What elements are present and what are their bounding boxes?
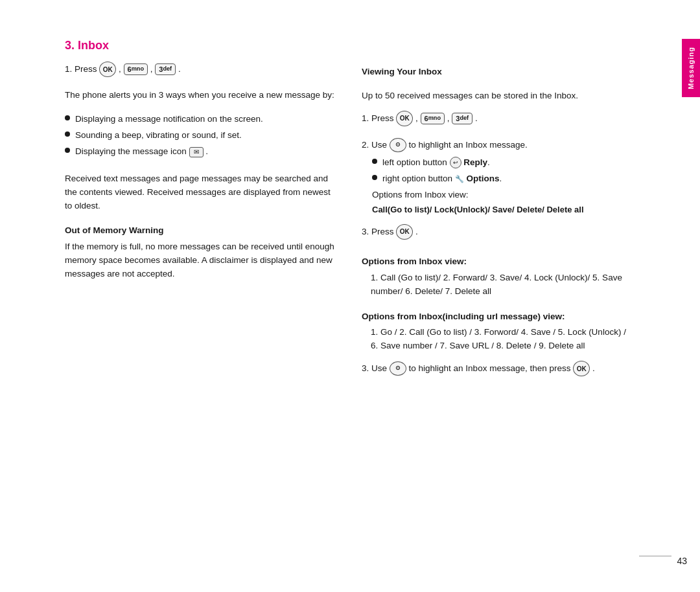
left-option-content: left option button ↩ Reply.: [382, 156, 633, 169]
section-title: 3. Inbox: [65, 39, 633, 52]
bullet-dot: [372, 175, 377, 180]
options-bold-text: Call(Go to list)/ Lock(Unlock)/ Save/ De…: [372, 203, 633, 216]
step3-final-prefix: 3. Use: [362, 363, 390, 373]
options-inbox-url-title: Options from Inbox(including url message…: [362, 310, 633, 324]
viewing-intro: Up to 50 received messages can be stored…: [362, 89, 633, 103]
options-label: Options: [467, 174, 500, 183]
sidebar-tab: Messaging: [682, 39, 700, 97]
right-sidebar: Messaging 43: [671, 0, 700, 592]
options-inbox-text: 1. Call (Go to list)/ 2. Forward/ 3. Sav…: [371, 271, 633, 299]
received-text: Received text messages and page messages…: [65, 172, 336, 213]
key-3def-1: 3def: [155, 63, 176, 75]
right-step1: 1. Press OK , 6mno , 3def .: [362, 111, 633, 126]
options-icon: 🔧: [455, 174, 464, 185]
viewing-title: Viewing Your Inbox: [362, 65, 633, 79]
bullet-dot: [65, 131, 70, 137]
left-column: 1. Press OK , 6mno , 3def . The phone al…: [65, 62, 336, 566]
page-container: 3. Inbox 1. Press OK , 6mno , 3def . The…: [0, 0, 700, 592]
left-step1: 1. Press OK , 6mno , 3def .: [65, 62, 336, 77]
options-from-inbox-url-section: Options from Inbox(including url message…: [362, 306, 633, 354]
two-column-layout: 1. Press OK , 6mno , 3def . The phone al…: [65, 62, 633, 566]
options-inbox-title: Options from Inbox view:: [362, 255, 633, 269]
sub-bullet-left-option: left option button ↩ Reply.: [372, 156, 633, 169]
step2-sub-bullets: left option button ↩ Reply. right option…: [372, 156, 633, 186]
out-of-memory-text: If the memory is full, no more messages …: [65, 240, 336, 281]
bullet-dot: [65, 115, 70, 120]
right-step2-middle: to highlight an Inbox message.: [409, 139, 528, 149]
key-3def-2: 3def: [452, 113, 472, 124]
right-column: Viewing Your Inbox Up to 50 received mes…: [362, 62, 633, 566]
key-ok-1: OK: [99, 62, 116, 77]
left-step1-prefix: 1. Press: [65, 64, 97, 74]
nav-key: ⊙: [390, 138, 406, 152]
out-of-memory-title: Out of Memory Warning: [65, 224, 336, 238]
right-step2-block: 2. Use ⊙ to highlight an Inbox message. …: [362, 138, 633, 216]
bullet-beep: Sounding a beep, vibrating or sound, if …: [65, 129, 336, 142]
out-of-memory-section: Out of Memory Warning If the memory is f…: [65, 220, 336, 281]
right-step2-line: 2. Use ⊙ to highlight an Inbox message.: [362, 138, 633, 152]
bullet-display-notification: Displaying a message notification on the…: [65, 113, 336, 126]
right-step3-final: 3. Use ⊙ to highlight an Inbox message, …: [362, 361, 633, 376]
bullet-dot: [372, 159, 377, 164]
key-6mno-1: 6mno: [124, 63, 148, 75]
options-inbox-url-text: 1. Go / 2. Call (Go to list) / 3. Forwor…: [371, 326, 633, 353]
options-from-label-text: Options from Inbox view:: [372, 190, 469, 199]
options-from-label: Options from Inbox view:: [372, 188, 633, 202]
bullet-dot: [65, 148, 70, 153]
options-from-inbox-section: Options from Inbox view: 1. Call (Go to …: [362, 251, 633, 299]
reply-icon: ↩: [450, 157, 461, 168]
bullet-display-icon: Displaying the message icon ✉ .: [65, 145, 336, 158]
left-intro-text: The phone alerts you in 3 ways when you …: [65, 89, 336, 102]
step3-final-middle: to highlight an Inbox message, then pres…: [409, 363, 574, 373]
right-step1-prefix: 1. Press: [362, 113, 394, 122]
bullet-text-1: Displaying a message notification on the…: [75, 113, 336, 126]
section-heading: Inbox: [78, 39, 109, 52]
sub-bullet-right-option: right option button 🔧 Options.: [372, 172, 633, 185]
bullet-text-3: Displaying the message icon ✉ .: [75, 145, 336, 158]
right-option-content: right option button 🔧 Options.: [382, 172, 633, 185]
bullet-text-2: Sounding a beep, vibrating or sound, if …: [75, 129, 336, 142]
main-content: 3. Inbox 1. Press OK , 6mno , 3def . The…: [0, 0, 671, 592]
divider-line: [639, 556, 671, 556]
key-ok-final: OK: [573, 361, 590, 376]
nav-key-2: ⊙: [390, 361, 406, 376]
right-step3-prefix: 3. Press: [362, 226, 396, 236]
right-step3: 3. Press OK .: [362, 224, 633, 240]
key-ok-2: OK: [396, 111, 413, 126]
key-ok-3: OK: [396, 224, 413, 240]
key-6mno-2: 6mno: [421, 113, 445, 124]
message-icon: ✉: [189, 147, 204, 157]
reply-label: Reply: [463, 157, 487, 167]
page-number: 43: [677, 556, 687, 566]
right-step2-prefix: 2. Use: [362, 139, 390, 149]
section-number: 3.: [65, 39, 75, 52]
sidebar-label: Messaging: [687, 47, 695, 89]
alert-bullets: Displaying a message notification on the…: [65, 113, 336, 162]
